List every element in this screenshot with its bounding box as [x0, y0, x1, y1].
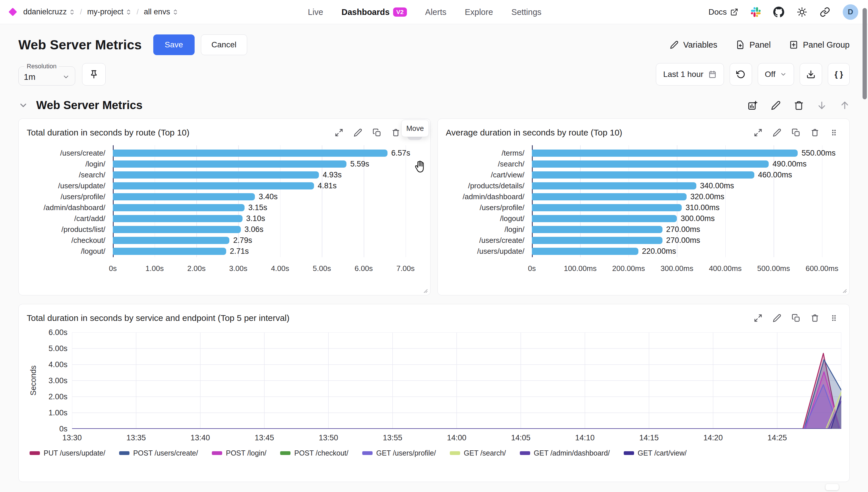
legend-item[interactable]: PUT /users/update/ — [30, 449, 105, 457]
avatar[interactable]: D — [843, 4, 858, 20]
save-button[interactable]: Save — [153, 34, 195, 55]
add-panel-group-button[interactable]: Panel Group — [789, 40, 850, 50]
resolution-select[interactable]: Resolution 1m — [18, 63, 75, 85]
category-label: /users/update/ — [27, 180, 113, 191]
auto-refresh-value: Off — [765, 70, 775, 79]
bar-value-label: 320.00ms — [690, 192, 724, 201]
x-tick-label: 0s — [109, 264, 117, 273]
trash-icon — [794, 100, 804, 110]
nav-item-settings[interactable]: Settings — [512, 7, 542, 17]
panel-drag-handle[interactable] — [826, 311, 841, 325]
updown-chevron-icon — [173, 8, 178, 16]
panel-duplicate-button[interactable] — [789, 311, 803, 325]
group-move-up-button[interactable] — [840, 100, 850, 110]
theme-toggle-sun-icon[interactable] — [797, 7, 807, 17]
group-move-down-button[interactable] — [817, 100, 827, 110]
arrow-down-icon — [817, 100, 827, 110]
json-editor-button[interactable]: { } — [828, 63, 850, 85]
panel-drag-handle[interactable] — [826, 125, 841, 140]
breadcrumb-project-selector[interactable]: my-project — [87, 7, 131, 16]
refresh-button[interactable] — [730, 63, 752, 85]
download-button[interactable] — [800, 63, 822, 85]
nav-item-live[interactable]: Live — [308, 7, 323, 17]
panel-duplicate-button[interactable] — [369, 125, 385, 140]
cancel-button[interactable]: Cancel — [201, 34, 247, 55]
bar — [113, 161, 346, 168]
pin-button[interactable] — [82, 63, 106, 85]
x-tick-label: 13:45 — [255, 434, 274, 442]
breadcrumb-org-selector[interactable]: ddanielcruzz — [23, 7, 75, 16]
slack-icon[interactable] — [751, 7, 761, 17]
bar-value-label: 2.71s — [230, 247, 249, 256]
time-series-chart: Seconds 0s1.00s2.00s3.00s4.00s5.00s6.00s… — [27, 333, 841, 457]
refresh-icon — [736, 70, 745, 79]
panel-edit-button[interactable] — [350, 125, 365, 140]
vertical-scrollbar-thumb[interactable] — [863, 8, 867, 99]
legend-item[interactable]: GET /admin/dashboard/ — [520, 449, 610, 457]
chevron-down-icon — [780, 71, 787, 78]
pencil-icon — [354, 128, 362, 137]
chevron-down-icon — [62, 73, 70, 81]
category-label: /terms/ — [446, 148, 532, 158]
breadcrumb-env-selector[interactable]: all envs — [144, 7, 178, 16]
panel-group-label: Panel Group — [803, 40, 850, 50]
bar-row: 270.00ms — [532, 224, 841, 235]
panel-label: Panel — [749, 40, 771, 50]
bar-row: 3.06s — [113, 224, 422, 235]
trash-icon — [392, 128, 400, 137]
github-icon[interactable] — [773, 7, 784, 18]
panel-actions — [751, 125, 841, 140]
variables-button[interactable]: Variables — [670, 40, 717, 50]
panel-delete-button[interactable] — [808, 125, 822, 140]
nav-item-alerts[interactable]: Alerts — [425, 7, 446, 17]
arrow-up-icon — [840, 100, 850, 110]
auto-refresh-select[interactable]: Off — [758, 63, 794, 85]
panel-edit-button[interactable] — [770, 125, 785, 140]
panel-edit-button[interactable] — [770, 311, 785, 325]
category-label: /search/ — [446, 158, 532, 169]
panel-expand-button[interactable] — [751, 125, 766, 140]
share-link-icon[interactable] — [820, 7, 830, 17]
expand-icon — [754, 314, 762, 322]
legend-item[interactable]: GET /cart/view/ — [624, 449, 687, 457]
bar — [532, 150, 798, 157]
panel-duplicate-button[interactable] — [789, 125, 803, 140]
bar — [532, 171, 754, 178]
category-label: /login/ — [27, 158, 113, 169]
breadcrumb-project-label: my-project — [87, 7, 123, 16]
bar-value-label: 4.93s — [323, 171, 342, 179]
panel-expand-button[interactable] — [331, 125, 346, 140]
bar-value-label: 490.00ms — [772, 159, 807, 169]
legend-item[interactable]: POST /users/create/ — [119, 449, 198, 457]
category-label: /users/create/ — [446, 235, 532, 246]
bar — [532, 237, 663, 244]
panel-expand-button[interactable] — [751, 311, 766, 325]
resize-handle-icon[interactable] — [841, 288, 847, 293]
group-collapse-chevron[interactable] — [18, 100, 28, 110]
x-tick-label: 14:00 — [447, 434, 466, 442]
y-axis-title: Seconds — [27, 333, 40, 429]
legend-item[interactable]: POST /login/ — [212, 449, 266, 457]
panel-delete-button[interactable] — [808, 311, 822, 325]
legend-item[interactable]: GET /search/ — [450, 449, 506, 457]
nav-item-explore[interactable]: Explore — [465, 7, 493, 17]
x-axis-ticks: 0s100.00ms200.00ms300.00ms400.00ms500.00… — [532, 262, 841, 274]
category-label: /users/profile/ — [446, 202, 532, 213]
nav-item-dashboards[interactable]: DashboardsV2 — [342, 7, 407, 17]
horizontal-scrollbar-thumb[interactable] — [825, 484, 839, 490]
resize-handle-icon[interactable] — [422, 288, 428, 293]
top-navbar: ddanielcruzz / my-project / all envs Liv… — [0, 0, 868, 24]
group-add-chart-button[interactable] — [747, 100, 758, 110]
time-range-picker[interactable]: Last 1 hour — [656, 63, 724, 85]
legend-item[interactable]: POST /checkout/ — [280, 449, 348, 457]
pencil-icon — [771, 100, 781, 110]
docs-link[interactable]: Docs — [709, 7, 738, 17]
resolution-label: Resolution — [24, 63, 59, 70]
add-panel-button[interactable]: Panel — [736, 40, 771, 50]
category-labels: /terms//search//cart/view//products/deta… — [446, 148, 532, 256]
bar-value-label: 220.00ms — [642, 247, 676, 256]
x-tick-label: 2.00s — [188, 264, 206, 273]
legend-item[interactable]: GET /users/profile/ — [362, 449, 436, 457]
group-edit-button[interactable] — [771, 100, 781, 110]
group-delete-button[interactable] — [794, 100, 804, 110]
